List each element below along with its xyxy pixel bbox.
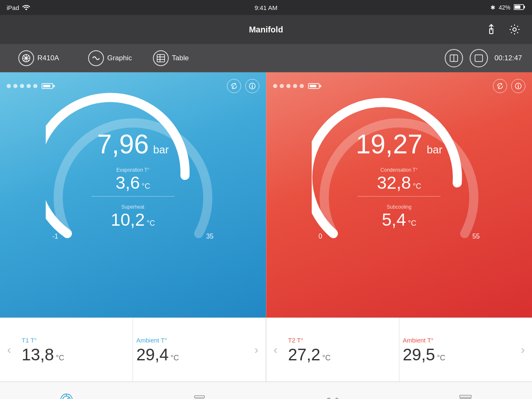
svg-rect-2 xyxy=(515,5,520,9)
ambient-blue-next-button[interactable]: › xyxy=(247,318,266,382)
dot-3 xyxy=(20,84,24,88)
graphic-button[interactable]: Graphic xyxy=(80,50,140,66)
recordings-tab-icon xyxy=(458,392,473,399)
red-subcooling-section: Subcooling 5,4 °C xyxy=(356,204,442,230)
blue-gauge-container: 7,96 bar Evaporation T° 3,6 °C Superheat… xyxy=(46,92,220,250)
red-panel-top: 0 xyxy=(273,79,526,93)
blue-evaporation-label: Evaporation T° xyxy=(91,167,175,173)
t2-prev-button[interactable]: ‹ xyxy=(266,318,285,382)
red-pressure-unit: bar xyxy=(427,143,443,156)
svg-text:0: 0 xyxy=(232,85,234,88)
red-dot-5 xyxy=(300,84,304,88)
t1-prev-button[interactable]: ‹ xyxy=(0,318,18,382)
red-condensation-label: Condensation T° xyxy=(356,167,442,173)
dot-5 xyxy=(33,84,37,88)
blue-min-label: -1 xyxy=(52,233,58,240)
graphic-icon xyxy=(88,50,104,66)
red-dot-4 xyxy=(293,84,297,88)
blue-dots xyxy=(7,83,53,89)
share-button[interactable] xyxy=(484,22,499,37)
blue-superheat-label: Superheat xyxy=(91,204,175,210)
battery-icon xyxy=(514,4,525,11)
svg-text:0: 0 xyxy=(498,85,500,88)
wifi-icon xyxy=(22,4,30,11)
blue-pressure-unit: bar xyxy=(153,143,169,156)
status-left: iPad xyxy=(7,4,30,11)
ambient-red-next-button[interactable]: › xyxy=(514,318,532,382)
red-sync-icon[interactable]: 0 xyxy=(493,79,507,93)
nav-bar: Manifold xyxy=(0,15,532,44)
dot-4 xyxy=(27,84,31,88)
blue-max-label: 35 xyxy=(206,233,214,240)
t2-label: T2 T° xyxy=(288,337,396,344)
status-time: 9:41 AM xyxy=(254,4,277,11)
settings-button[interactable] xyxy=(507,22,522,37)
blue-superheat-value: 10,2 xyxy=(111,210,145,229)
status-right: ✱ 42% xyxy=(490,4,525,11)
ambient-blue-value-row: 29,4 °C xyxy=(136,346,244,363)
blue-panel-top: 0 xyxy=(7,79,259,93)
refrigerant-icon xyxy=(18,50,34,66)
red-main-value: 19,27 bar xyxy=(356,129,442,160)
tab-vacuum[interactable]: Vacuum gauge xyxy=(133,382,266,399)
blue-superheat-section: Superheat 10,2 °C xyxy=(91,204,175,230)
single-view-button[interactable] xyxy=(470,49,488,67)
dot-1 xyxy=(7,84,11,88)
refrigerant-selector[interactable]: R410A xyxy=(10,50,67,66)
t1-label: T1 T° xyxy=(22,337,129,344)
svg-rect-11 xyxy=(157,54,165,62)
svg-point-21 xyxy=(252,84,253,85)
vacuum-tab-icon xyxy=(192,392,207,399)
red-subcooling-label: Subcooling xyxy=(356,204,442,210)
blue-sync-icon[interactable]: 0 xyxy=(227,79,241,93)
bluetooth-icon: ✱ xyxy=(490,4,495,11)
timer-display: 00:12:47 xyxy=(495,54,522,62)
split-view-button[interactable] xyxy=(445,49,463,67)
battery-percent: 42% xyxy=(499,4,510,11)
red-subcooling-unit: °C xyxy=(408,219,416,227)
nav-title: Manifold xyxy=(249,25,283,34)
ambient-red-value: 29,5 xyxy=(403,345,435,364)
red-dot-3 xyxy=(286,84,291,88)
blue-evaporation-value: 3,6 xyxy=(116,173,140,192)
ambient-blue-value: 29,4 xyxy=(136,345,169,364)
red-condensation-value: 32,8 xyxy=(377,173,411,192)
device-label: iPad xyxy=(7,4,19,11)
red-subcooling-value: 5,4 xyxy=(382,210,406,229)
t2-value: 27,2 xyxy=(288,345,320,364)
table-button[interactable]: Table xyxy=(145,50,197,66)
blue-battery xyxy=(42,83,53,89)
tightness-tab-icon xyxy=(325,392,340,399)
tab-recordings[interactable]: Recordings xyxy=(399,382,532,399)
temp-panel-t1: ‹ T1 T° 13,8 °C xyxy=(0,318,133,382)
red-panel-icons: 0 xyxy=(493,79,525,93)
dot-2 xyxy=(13,84,17,88)
blue-panel-icons: 0 xyxy=(227,79,259,93)
toolbar-right: 00:12:47 xyxy=(445,49,522,67)
svg-rect-1 xyxy=(524,6,525,8)
svg-point-4 xyxy=(513,28,516,31)
blue-evaporation-value-row: 3,6 °C xyxy=(91,173,175,193)
svg-rect-17 xyxy=(475,55,483,62)
svg-rect-31 xyxy=(195,396,204,398)
ambient-blue-content: Ambient T° 29,4 °C xyxy=(133,318,247,382)
t1-unit: °C xyxy=(56,354,64,362)
tab-manifold[interactable]: Manifold xyxy=(0,382,133,399)
blue-main-value: 7,96 bar xyxy=(91,129,175,160)
blue-info-icon[interactable] xyxy=(245,79,259,93)
red-condensation-unit: °C xyxy=(413,182,421,190)
red-info-icon[interactable] xyxy=(511,79,525,93)
ambient-red-value-row: 29,5 °C xyxy=(403,346,510,363)
ambient-red-label: Ambient T° xyxy=(403,337,510,344)
blue-gauge-values: 7,96 bar Evaporation T° 3,6 °C Superheat… xyxy=(91,129,175,230)
blue-evaporation-unit: °C xyxy=(142,182,150,190)
graphic-label: Graphic xyxy=(107,54,132,62)
red-condensation-section: Condensation T° 32,8 °C xyxy=(356,167,442,193)
tab-tightness[interactable]: Tightness xyxy=(266,382,399,399)
blue-pressure-value: 7,96 xyxy=(97,129,149,159)
manifold-tab-icon xyxy=(59,392,74,399)
blue-panel: 0 xyxy=(0,72,266,318)
blue-superheat-unit: °C xyxy=(147,219,155,227)
temperature-panels: ‹ T1 T° 13,8 °C Ambient T° 29,4 °C › ‹ T… xyxy=(0,318,532,382)
t1-value-row: 13,8 °C xyxy=(22,346,129,363)
